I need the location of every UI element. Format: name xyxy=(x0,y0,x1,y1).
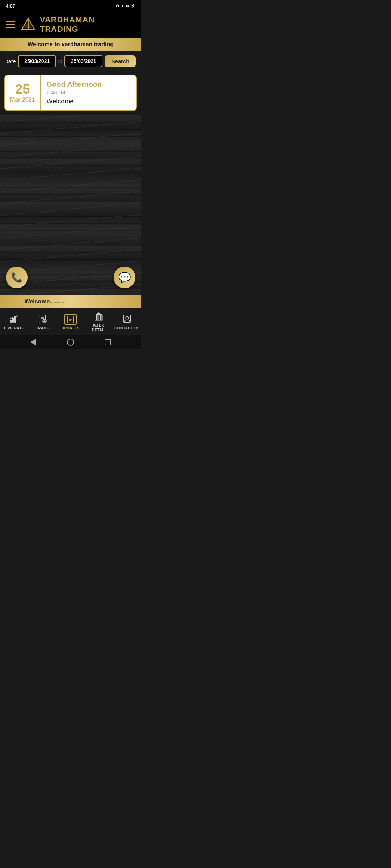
bottom-nav: LIVE RATE TRADE xyxy=(0,308,141,335)
svg-rect-4 xyxy=(12,318,14,323)
recent-button[interactable] xyxy=(104,338,112,346)
updates-label: UPDATES xyxy=(62,326,80,330)
day-number: 25 xyxy=(15,83,30,96)
info-card: 25 Mar 2021 Good Afternoon 2:46PM Welcom… xyxy=(4,75,137,111)
welcome-ticker: ........ Welcome......... xyxy=(0,295,141,308)
float-buttons-container: 📞 💬 xyxy=(0,267,141,288)
welcome-text: Welcome to vardhaman trading xyxy=(28,41,114,47)
ticker-text: Welcome......... xyxy=(25,298,64,305)
svg-rect-18 xyxy=(96,315,97,320)
trade-icon xyxy=(38,314,47,325)
month-year: Mar 2021 xyxy=(10,97,35,103)
info-card-date: 25 Mar 2021 xyxy=(5,75,41,110)
from-date-input[interactable] xyxy=(18,55,56,67)
back-icon xyxy=(30,339,36,346)
bank-detail-icon xyxy=(94,312,104,323)
recent-icon xyxy=(105,339,111,345)
trade-label: TRADE xyxy=(36,326,49,330)
app-header: VARDHAMAN TRADING xyxy=(0,12,141,38)
date-search-bar: Date to Search xyxy=(0,51,141,71)
svg-rect-3 xyxy=(10,320,12,323)
nav-bank-detail[interactable]: BANK DETAIL xyxy=(85,308,113,335)
contact-us-icon xyxy=(122,314,132,325)
to-label: to xyxy=(58,58,63,64)
brand-name: VARDHAMAN TRADING xyxy=(40,15,135,34)
whatsapp-button[interactable]: 💬 xyxy=(114,267,135,288)
bank-detail-label: BANK DETAIL xyxy=(86,324,112,332)
svg-rect-22 xyxy=(95,320,103,321)
do-not-disturb-icon: ⊖ xyxy=(116,4,119,8)
greeting-text: Good Afternoon xyxy=(47,80,131,89)
svg-rect-20 xyxy=(100,315,101,320)
signal-icon: ▪▪ xyxy=(126,4,129,8)
svg-rect-21 xyxy=(102,315,103,320)
nav-live-rate[interactable]: LIVE RATE xyxy=(0,308,28,335)
home-icon xyxy=(67,339,74,346)
hamburger-menu-button[interactable] xyxy=(6,21,15,28)
svg-point-24 xyxy=(126,316,129,319)
status-icons: ⊖ ▲ ▪▪ ⚡ xyxy=(116,4,135,8)
current-time: 2:46PM xyxy=(47,89,131,95)
battery-icon: ⚡ xyxy=(130,4,135,8)
to-date-input[interactable] xyxy=(64,55,102,67)
svg-rect-19 xyxy=(98,315,99,320)
updates-icon xyxy=(64,314,77,325)
status-bar: 4:07 ⊖ ▲ ▪▪ ⚡ xyxy=(0,0,141,12)
svg-marker-17 xyxy=(95,312,103,315)
android-nav xyxy=(0,335,141,349)
whatsapp-icon: 💬 xyxy=(118,272,131,284)
contact-us-label: CONTACT US xyxy=(114,326,140,330)
phone-button[interactable]: 📞 xyxy=(6,267,28,288)
home-button[interactable] xyxy=(67,338,75,346)
nav-trade[interactable]: TRADE xyxy=(28,308,56,335)
welcome-message: Welcome xyxy=(47,98,131,105)
live-rate-label: LIVE RATE xyxy=(4,326,24,330)
nav-contact-us[interactable]: CONTACT US xyxy=(113,308,141,335)
back-button[interactable] xyxy=(29,338,37,346)
date-label: Date xyxy=(4,58,16,64)
status-time: 4:07 xyxy=(6,3,15,9)
info-card-content: Good Afternoon 2:46PM Welcome xyxy=(41,75,136,110)
svg-rect-13 xyxy=(67,316,74,323)
wifi-icon: ▲ xyxy=(121,4,125,8)
nav-updates[interactable]: UPDATES xyxy=(56,308,85,335)
logo-area: VARDHAMAN TRADING xyxy=(20,15,135,34)
ticker-dots: ........ xyxy=(6,298,22,305)
live-rate-icon xyxy=(9,314,19,325)
phone-icon: 📞 xyxy=(11,272,22,283)
app-logo xyxy=(20,17,36,33)
main-content-area: 📞 💬 xyxy=(0,115,141,295)
welcome-banner: Welcome to vardhaman trading xyxy=(0,38,141,51)
search-button[interactable]: Search xyxy=(105,55,136,67)
